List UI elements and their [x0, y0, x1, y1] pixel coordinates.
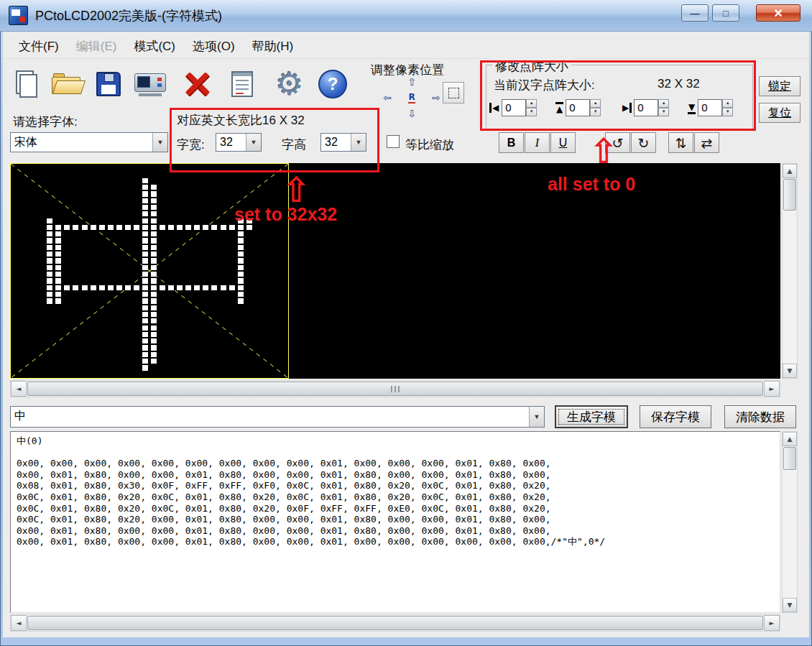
- lcd-pixel[interactable]: [47, 265, 52, 270]
- lcd-pixel[interactable]: [151, 211, 157, 216]
- scale-checkbox-label[interactable]: 等比缩放: [405, 137, 454, 153]
- lcd-pixel[interactable]: [55, 272, 61, 277]
- lcd-pixel[interactable]: [238, 265, 244, 270]
- lcd-pixel[interactable]: [151, 278, 157, 283]
- lcd-pixel[interactable]: [151, 225, 157, 230]
- move-up-button[interactable]: ⇧: [402, 75, 421, 88]
- lcd-pixel[interactable]: [151, 359, 157, 364]
- lcd-pixel[interactable]: [151, 332, 157, 337]
- lcd-pixel[interactable]: [91, 225, 96, 230]
- lcd-pixel[interactable]: [142, 258, 148, 263]
- lcd-pixel[interactable]: [142, 231, 148, 236]
- lcd-pixel[interactable]: [55, 292, 61, 297]
- lcd-pixel[interactable]: [151, 218, 157, 223]
- menu-item-help[interactable]: 帮助(H): [244, 35, 303, 57]
- scale-checkbox[interactable]: [387, 135, 400, 148]
- lcd-pixel[interactable]: [142, 238, 148, 243]
- lcd-pixel[interactable]: [142, 285, 148, 290]
- lcd-pixel[interactable]: [142, 298, 148, 303]
- open-file-button[interactable]: [47, 63, 86, 105]
- lcd-pixel[interactable]: [91, 285, 96, 290]
- lcd-pixel[interactable]: [238, 225, 244, 230]
- italic-button[interactable]: I: [525, 132, 550, 153]
- lcd-pixel[interactable]: [151, 352, 157, 357]
- lcd-pixel[interactable]: [142, 205, 148, 210]
- lcd-pixel[interactable]: [64, 285, 70, 290]
- menu-item-options[interactable]: 选项(O): [184, 35, 244, 57]
- lcd-pixel[interactable]: [82, 285, 88, 290]
- lcd-pixel[interactable]: [160, 285, 165, 290]
- char-input-value[interactable]: 中: [11, 407, 529, 427]
- lcd-pixel[interactable]: [142, 252, 148, 257]
- lcd-pixel[interactable]: [142, 345, 148, 350]
- lcd-pixel[interactable]: [151, 205, 157, 210]
- lcd-pixel[interactable]: [47, 272, 52, 277]
- lcd-pixel[interactable]: [168, 225, 174, 230]
- selection-box-button[interactable]: [443, 82, 464, 103]
- lcd-pixel[interactable]: [194, 285, 200, 290]
- lcd-pixel[interactable]: [47, 225, 52, 230]
- lcd-pixel[interactable]: [47, 258, 52, 263]
- lcd-pixel[interactable]: [142, 225, 148, 230]
- lock-button[interactable]: 锁定: [759, 76, 801, 96]
- lcd-pixel[interactable]: [55, 278, 61, 283]
- lcd-pixel[interactable]: [211, 285, 217, 290]
- lcd-pixel[interactable]: [134, 225, 139, 230]
- lcd-pixel[interactable]: [108, 285, 114, 290]
- lcd-pixel[interactable]: [134, 285, 139, 290]
- lcd-pixel[interactable]: [238, 285, 244, 290]
- lcd-pixel[interactable]: [142, 292, 148, 297]
- lcd-pixel[interactable]: [151, 252, 157, 257]
- flip-horizontal-button[interactable]: ⇄: [694, 132, 719, 153]
- lcd-pixel[interactable]: [151, 326, 157, 331]
- lcd-pixel[interactable]: [64, 225, 70, 230]
- lcd-pixel[interactable]: [142, 245, 148, 250]
- lcd-pixel[interactable]: [238, 278, 244, 283]
- char-combobox-arrow-icon[interactable]: ▼: [529, 407, 544, 427]
- lcd-pixel[interactable]: [177, 285, 183, 290]
- canvas-horizontal-scroll-thumb[interactable]: [27, 382, 763, 396]
- lcd-pixel[interactable]: [99, 225, 105, 230]
- lcd-pixel[interactable]: [142, 191, 148, 196]
- lcd-pixel[interactable]: [221, 285, 226, 290]
- lcd-pixel[interactable]: [142, 359, 148, 364]
- lcd-pixel[interactable]: [160, 225, 165, 230]
- output-vertical-scrollbar[interactable]: ▲ ▼: [782, 431, 798, 613]
- lcd-pixel[interactable]: [125, 285, 131, 290]
- lcd-pixel[interactable]: [229, 285, 235, 290]
- lcd-pixel[interactable]: [151, 198, 157, 203]
- settings-button[interactable]: ⚙: [270, 63, 309, 105]
- lcd-pixel[interactable]: [142, 211, 148, 216]
- lcd-pixel[interactable]: [73, 225, 78, 230]
- lcd-pixel[interactable]: [142, 218, 148, 223]
- lcd-pixel[interactable]: [55, 231, 61, 236]
- lcd-pixel[interactable]: [151, 292, 157, 297]
- new-file-button[interactable]: [7, 63, 46, 105]
- lcd-canvas[interactable]: [10, 163, 780, 379]
- save-button[interactable]: [89, 63, 128, 105]
- lcd-pixel[interactable]: [203, 225, 208, 230]
- lcd-pixel[interactable]: [55, 245, 61, 250]
- output-scroll-left-button[interactable]: ◄: [11, 615, 27, 631]
- output-scroll-up-button[interactable]: ▲: [783, 432, 797, 446]
- lcd-pixel[interactable]: [238, 272, 244, 277]
- lcd-pixel[interactable]: [151, 345, 157, 350]
- lcd-pixel[interactable]: [238, 231, 244, 236]
- lcd-pixel[interactable]: [116, 285, 122, 290]
- lcd-pixel[interactable]: [168, 285, 174, 290]
- lcd-pixel[interactable]: [142, 332, 148, 337]
- font-combobox-arrow-icon[interactable]: ▼: [152, 133, 167, 152]
- minimize-button[interactable]: —: [681, 4, 709, 22]
- underline-button[interactable]: U: [550, 132, 576, 153]
- lcd-pixel[interactable]: [55, 285, 61, 290]
- lcd-pixel[interactable]: [47, 252, 52, 257]
- output-vertical-scroll-thumb[interactable]: [783, 447, 796, 470]
- bold-button[interactable]: B: [499, 132, 524, 153]
- close-button[interactable]: ×: [756, 4, 801, 22]
- lcd-pixel[interactable]: [194, 225, 200, 230]
- save-data-button[interactable]: 保存字模: [640, 405, 711, 428]
- lcd-pixel[interactable]: [203, 285, 208, 290]
- export-lcd-button[interactable]: [131, 63, 170, 105]
- lcd-pixel[interactable]: [151, 231, 157, 236]
- char-combobox[interactable]: 中 ▼: [10, 406, 545, 428]
